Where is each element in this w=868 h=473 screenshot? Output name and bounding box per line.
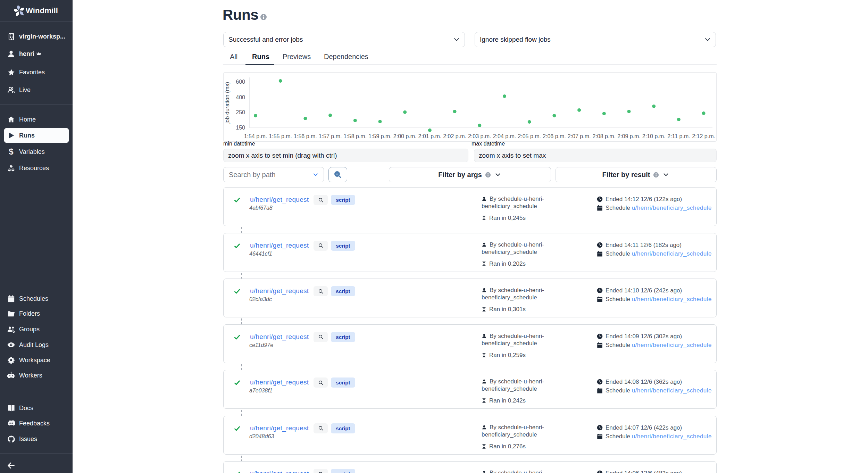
svg-text:2:02 p.m.: 2:02 p.m. xyxy=(443,133,466,139)
svg-text:1:56 p.m.: 1:56 p.m. xyxy=(294,133,317,139)
svg-text:2:04 p.m.: 2:04 p.m. xyxy=(493,133,516,139)
svg-text:2:03 p.m.: 2:03 p.m. xyxy=(468,133,491,139)
svg-text:2:08 p.m.: 2:08 p.m. xyxy=(592,133,616,139)
svg-text:400: 400 xyxy=(236,94,245,100)
svg-text:2:00 p.m.: 2:00 p.m. xyxy=(393,133,417,139)
svg-text:1:57 p.m.: 1:57 p.m. xyxy=(319,133,342,139)
svg-text:2:10 p.m.: 2:10 p.m. xyxy=(642,133,666,139)
svg-text:1:55 p.m.: 1:55 p.m. xyxy=(269,133,292,139)
svg-text:job duration (ms): job duration (ms) xyxy=(224,82,230,124)
svg-text:1:59 p.m.: 1:59 p.m. xyxy=(368,133,392,139)
svg-text:150: 150 xyxy=(236,125,245,131)
svg-text:2:07 p.m.: 2:07 p.m. xyxy=(568,133,591,139)
svg-text:250: 250 xyxy=(236,109,245,115)
svg-text:2:11 p.m.: 2:11 p.m. xyxy=(667,133,690,139)
svg-text:2:05 p.m.: 2:05 p.m. xyxy=(518,133,541,139)
svg-text:2:01 p.m.: 2:01 p.m. xyxy=(418,133,442,139)
svg-text:600: 600 xyxy=(236,79,245,85)
svg-text:1:54 p.m.: 1:54 p.m. xyxy=(244,133,267,139)
svg-text:1:58 p.m.: 1:58 p.m. xyxy=(343,133,367,139)
svg-text:2:09 p.m.: 2:09 p.m. xyxy=(617,133,641,139)
svg-text:2:12 p.m.: 2:12 p.m. xyxy=(692,133,715,139)
svg-text:2:06 p.m.: 2:06 p.m. xyxy=(543,133,566,139)
